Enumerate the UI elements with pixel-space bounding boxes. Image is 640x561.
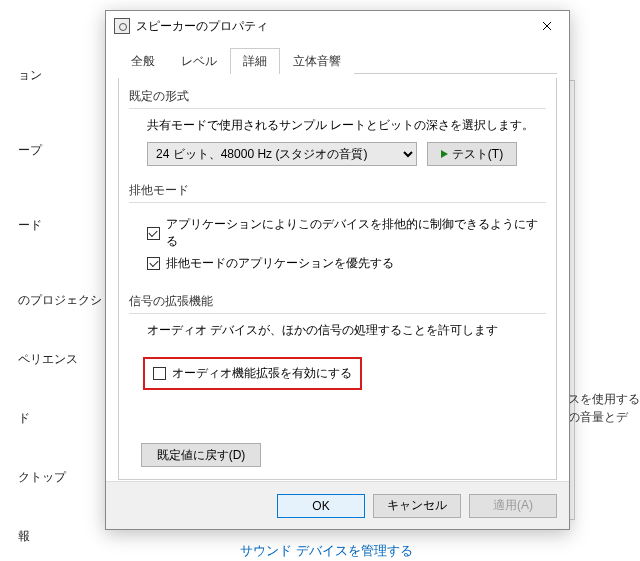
background-sidebar: ョン ープ ード のプロジェクシ ペリエンス ド クトップ 報 [0,0,105,561]
play-icon [441,150,448,158]
exclusive-priority-checkbox[interactable] [147,257,160,270]
group-label: 既定の形式 [129,88,546,108]
tab-advanced[interactable]: 詳細 [230,48,280,74]
restore-defaults-button[interactable]: 既定値に戻す(D) [141,443,261,467]
sidebar-item[interactable]: ープ [0,130,105,171]
tab-general[interactable]: 全般 [118,48,168,74]
close-icon [542,21,552,31]
sidebar-item[interactable]: クトップ [0,457,105,498]
sidebar-item[interactable]: 報 [0,516,105,557]
tab-spatial[interactable]: 立体音響 [280,48,354,74]
manage-sound-devices-link[interactable]: サウンド デバイスを管理する [240,542,413,560]
speaker-icon [114,18,130,34]
exclusive-control-checkbox[interactable] [147,227,160,240]
checkbox-label: 排他モードのアプリケーションを優先する [166,255,394,272]
group-label: 信号の拡張機能 [129,293,546,313]
titlebar: スピーカーのプロパティ [106,11,569,41]
enhancements-desc: オーディオ デバイスが、ほかの信号の処理することを許可します [147,322,538,339]
tab-panel-advanced: 既定の形式 共有モードで使用されるサンプル レートとビットの深さを選択します。 … [118,78,557,480]
checkbox-label: アプリケーションによりこのデバイスを排他的に制御できるようにする [166,216,538,250]
default-format-desc: 共有モードで使用されるサンプル レートとビットの深さを選択します。 [147,117,538,134]
close-button[interactable] [524,11,569,41]
tabs: 全般 レベル 詳細 立体音響 [118,47,557,74]
sidebar-item[interactable]: ド [0,398,105,439]
tab-levels[interactable]: レベル [168,48,230,74]
sidebar-item[interactable]: ード [0,205,105,246]
sidebar-item[interactable]: ョン [0,55,105,96]
enable-enhancements-checkbox[interactable] [153,367,166,380]
sidebar-item[interactable]: ペリエンス [0,339,105,380]
group-label: 排他モード [129,182,546,202]
enhancements-group: 信号の拡張機能 オーディオ デバイスが、ほかの信号の処理することを許可します オ… [129,293,546,390]
ok-button[interactable]: OK [277,494,365,518]
cancel-button[interactable]: キャンセル [373,494,461,518]
sidebar-item[interactable]: のプロジェクシ [0,280,105,321]
format-select[interactable]: 24 ビット、48000 Hz (スタジオの音質) [147,142,417,166]
speaker-properties-dialog: スピーカーのプロパティ 全般 レベル 詳細 立体音響 既定の形式 共有モードで使… [105,10,570,530]
test-button[interactable]: テスト(T) [427,142,517,166]
exclusive-mode-group: 排他モード アプリケーションによりこのデバイスを排他的に制御できるようにする 排… [129,182,546,283]
dialog-title: スピーカーのプロパティ [136,18,524,35]
highlighted-option: オーディオ機能拡張を有効にする [143,357,362,390]
apply-button[interactable]: 適用(A) [469,494,557,518]
checkbox-label: オーディオ機能拡張を有効にする [172,365,352,382]
dialog-footer: OK キャンセル 適用(A) [106,481,569,529]
default-format-group: 既定の形式 共有モードで使用されるサンプル レートとビットの深さを選択します。 … [129,88,546,172]
